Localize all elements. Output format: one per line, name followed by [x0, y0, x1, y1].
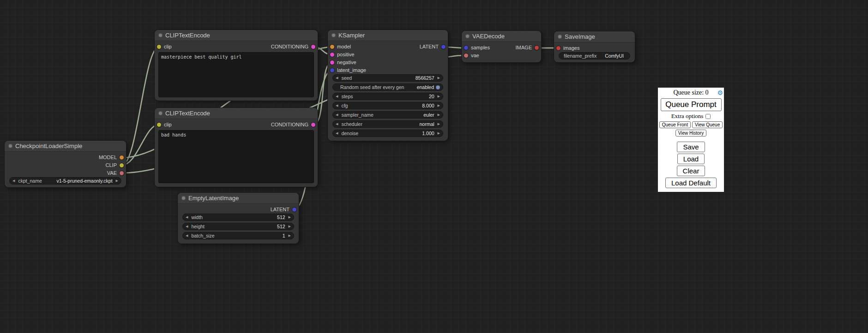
decrement-arrow-icon[interactable]: ◀ [186, 225, 188, 228]
port-label: model [337, 43, 351, 51]
widget-scheduler[interactable]: ◀ scheduler normal ▶ [332, 120, 443, 128]
menu-panel: Queue size: 0 ⚙ Queue Prompt Extra optio… [658, 88, 724, 192]
prompt-textarea[interactable]: bad hands [158, 130, 314, 183]
increment-arrow-icon[interactable]: ▶ [289, 225, 291, 228]
input-port-positive[interactable] [330, 53, 334, 57]
widget-steps[interactable]: ◀ steps 20 ▶ [332, 93, 443, 100]
save-button[interactable]: Save [677, 142, 705, 152]
increment-arrow-icon[interactable]: ▶ [438, 104, 440, 107]
node-empty-latent-image[interactable]: EmptyLatentImage LATENT ◀ width 512 ▶ ◀ … [178, 193, 299, 244]
widget-batch-size[interactable]: ◀ batch_size 1 ▶ [182, 232, 294, 239]
increment-arrow-icon[interactable]: ▶ [116, 179, 118, 183]
decrement-arrow-icon[interactable]: ◀ [336, 95, 338, 98]
gear-icon[interactable]: ⚙ [717, 89, 723, 97]
output-port-latent[interactable] [441, 45, 446, 49]
collapse-dot-icon[interactable] [8, 144, 12, 148]
widget-denoise[interactable]: ◀ denoise 1.000 ▶ [332, 130, 443, 137]
collapse-dot-icon[interactable] [558, 35, 562, 39]
increment-arrow-icon[interactable]: ▶ [438, 122, 440, 126]
decrement-arrow-icon[interactable]: ◀ [336, 122, 338, 126]
widget-cfg[interactable]: ◀ cfg 8.000 ▶ [332, 102, 443, 109]
collapse-dot-icon[interactable] [181, 196, 186, 200]
queue-prompt-button[interactable]: Queue Prompt [661, 98, 722, 111]
widget-label: Random seed after every gen [340, 84, 404, 90]
queue-front-button[interactable]: Queue Front [659, 121, 691, 128]
widget-value: v1-5-pruned-emaonly.ckpt [56, 178, 112, 184]
widget-value: 512 [277, 224, 285, 229]
collapse-dot-icon[interactable] [332, 33, 336, 37]
input-port-model[interactable] [330, 45, 334, 49]
increment-arrow-icon[interactable]: ▶ [289, 215, 291, 219]
input-port-clip[interactable] [157, 123, 161, 127]
output-port-clip[interactable] [120, 163, 124, 167]
input-port-clip[interactable] [157, 45, 161, 49]
node-vae-decode[interactable]: VAEDecode samples IMAGE vae [462, 31, 541, 62]
input-port-negative[interactable] [330, 60, 334, 65]
extra-options-checkbox[interactable] [705, 114, 711, 119]
decrement-arrow-icon[interactable]: ◀ [336, 104, 338, 107]
node-checkpoint-loader-simple[interactable]: CheckpointLoaderSimple MODEL CLIP VAE ◀ … [5, 141, 126, 187]
widget-label: width [191, 214, 203, 220]
widget-sampler-name[interactable]: ◀ sampler_name euler ▶ [332, 111, 443, 119]
node-title-bar[interactable]: CLIPTextEncode [155, 30, 318, 41]
node-title-bar[interactable]: SaveImage [554, 31, 635, 42]
widget-label: cfg [341, 103, 348, 108]
view-history-button[interactable]: View History [675, 130, 706, 137]
node-clip-text-encode-negative[interactable]: CLIPTextEncode clip CONDITIONING bad han… [155, 108, 318, 187]
node-title-bar[interactable]: VAEDecode [462, 31, 541, 42]
decrement-arrow-icon[interactable]: ◀ [336, 76, 338, 80]
node-title-bar[interactable]: CLIPTextEncode [155, 108, 318, 119]
widget-width[interactable]: ◀ width 512 ▶ [182, 214, 294, 221]
widget-height[interactable]: ◀ height 512 ▶ [182, 223, 294, 230]
input-port-vae[interactable] [464, 54, 468, 58]
decrement-arrow-icon[interactable]: ◀ [336, 113, 338, 117]
output-port-image[interactable] [535, 46, 539, 50]
node-title-bar[interactable]: EmptyLatentImage [178, 193, 299, 204]
input-port-images[interactable] [556, 46, 561, 50]
increment-arrow-icon[interactable]: ▶ [289, 234, 291, 238]
node-title-bar[interactable]: CheckpointLoaderSimple [5, 141, 126, 152]
decrement-arrow-icon[interactable]: ◀ [186, 234, 188, 238]
widget-filename-prefix[interactable]: filename_prefix ComfyUI [559, 52, 630, 59]
decrement-arrow-icon[interactable]: ◀ [186, 215, 188, 219]
input-port-samples[interactable] [464, 46, 468, 50]
graph-canvas[interactable]: CheckpointLoaderSimple MODEL CLIP VAE ◀ … [0, 0, 868, 333]
node-title: VAEDecode [472, 33, 505, 40]
port-label: LATENT [271, 206, 289, 214]
clear-button[interactable]: Clear [677, 166, 705, 176]
input-port-latent-image[interactable] [330, 68, 334, 72]
output-port-conditioning[interactable] [311, 45, 315, 49]
port-label: CONDITIONING [271, 43, 308, 51]
output-port-model[interactable] [120, 155, 124, 160]
output-port-latent[interactable] [292, 208, 296, 212]
output-port-vae[interactable] [120, 171, 124, 175]
toggle-dot-icon[interactable] [436, 85, 440, 89]
view-queue-button[interactable]: View Queue [692, 121, 723, 128]
wire-clip-to-positive-encode [122, 47, 159, 165]
port-label: IMAGE [516, 44, 532, 52]
node-title: KSampler [338, 32, 365, 39]
load-default-button[interactable]: Load Default [665, 178, 717, 188]
widget-ckpt-name[interactable]: ◀ ckpt_name v1-5-pruned-emaonly.ckpt ▶ [9, 177, 121, 184]
increment-arrow-icon[interactable]: ▶ [438, 95, 440, 98]
node-clip-text-encode-positive[interactable]: CLIPTextEncode clip CONDITIONING masterp… [155, 30, 318, 101]
widget-seed[interactable]: ◀ seed 8566257 ▶ [332, 74, 443, 82]
extra-options-label: Extra options [671, 113, 704, 120]
widget-seed-control[interactable]: Random seed after every gen enabled [332, 83, 443, 91]
collapse-dot-icon[interactable] [158, 111, 163, 115]
collapse-dot-icon[interactable] [158, 33, 163, 37]
port-label: positive [337, 51, 354, 59]
collapse-dot-icon[interactable] [465, 34, 470, 38]
increment-arrow-icon[interactable]: ▶ [438, 113, 440, 117]
decrement-arrow-icon[interactable]: ◀ [12, 179, 15, 183]
increment-arrow-icon[interactable]: ▶ [438, 131, 440, 135]
load-button[interactable]: Load [677, 154, 705, 164]
increment-arrow-icon[interactable]: ▶ [438, 76, 440, 80]
prompt-textarea[interactable]: masterpiece best quality girl [158, 52, 314, 97]
node-title-bar[interactable]: KSampler [328, 30, 448, 41]
node-title: CLIPTextEncode [165, 32, 210, 39]
output-port-conditioning[interactable] [311, 123, 315, 127]
decrement-arrow-icon[interactable]: ◀ [336, 131, 338, 135]
node-ksampler[interactable]: KSampler model LATENT positive negative … [328, 30, 448, 141]
node-save-image[interactable]: SaveImage images filename_prefix ComfyUI [554, 31, 635, 62]
